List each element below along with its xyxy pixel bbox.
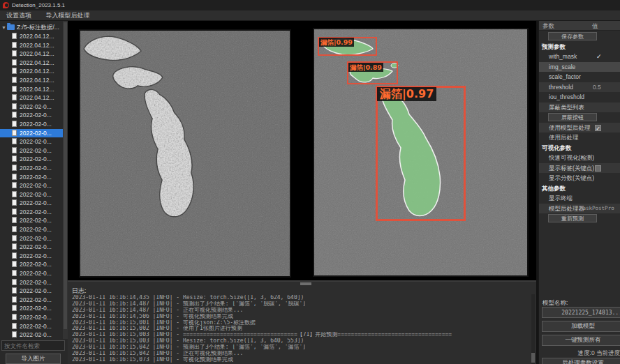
tree-file-item[interactable]: 2022.04.12... [0,93,63,103]
tree-file-item[interactable]: 2022-02-0... [0,296,63,305]
file-icon [12,199,17,206]
tree-expand-arrow-icon[interactable]: ▼ [1,24,7,32]
sidebar-scrollbar-thumb[interactable] [64,22,67,329]
search-input[interactable] [1,340,65,351]
tree-file-item[interactable]: 2022-02-0... [0,234,63,243]
tree-file-item[interactable]: 2022-02-0... [0,243,63,252]
postprocess-params-button[interactable]: 后处理参数设置 [542,358,620,364]
param-row[interactable]: 保存参数 [539,31,620,42]
param-row[interactable]: 显示标签(关键点) [539,163,620,174]
param-action-button[interactable]: 重新预测 [548,214,597,222]
tree-root-label: Z:/5-标注数据/... [17,24,59,31]
raw-image-panel[interactable] [79,29,291,278]
param-checkbox[interactable] [595,165,601,172]
param-value: 0.5 [593,82,601,93]
param-row[interactable]: 屏蔽按钮 [539,112,620,123]
folder-icon [7,24,15,30]
file-name: 2022-02-0... [20,174,52,181]
detection-image-panel[interactable]: 漏箔|0.99 漏箔|0.89 漏箔|0.97 [313,28,529,277]
param-row[interactable]: iou_threshold [539,92,620,103]
param-row[interactable]: 重新预测 [539,213,620,224]
log-scrollbar[interactable] [531,294,535,364]
import-images-button[interactable]: 导入图片 [6,354,61,364]
param-name: img_scale [549,62,575,73]
log-line: 2023-01-11 16:16:15,002 |INFO| - 使用了1张图片… [72,326,528,332]
tree-file-item[interactable]: 2022-02-0... [0,216,63,225]
file-icon [12,252,17,259]
tree-root-folder[interactable]: ▼Z:/5-标注数据/... [0,23,68,31]
tree-file-item[interactable]: 2022.04.12... [0,32,63,41]
param-row[interactable]: 显示终端 [539,193,620,204]
tree-file-item[interactable]: 2022.04.12... [0,41,63,50]
tree-file-item[interactable]: 2022-02-0... [0,173,63,182]
file-name: 2022-02-0... [20,217,52,224]
tree-file-item[interactable]: 2022-02-0... [0,199,63,208]
param-section-row: 可视化参数 [539,143,620,153]
tree-file-item[interactable]: 2022-02-0... [0,287,63,296]
tree-file-item[interactable]: 2022-02-0... [0,129,63,138]
param-row[interactable]: 使用后处理 [539,132,620,143]
param-row[interactable]: threshold0.5 [539,82,620,93]
tree-file-item[interactable]: 2022-02-0... [0,146,63,156]
tree-file-item[interactable]: 2022.04.12... [0,50,63,59]
file-icon [12,138,17,144]
load-model-button[interactable]: 加载模型 [542,321,620,332]
menu-item-settings[interactable]: 设置选项 [0,10,38,21]
tree-file-item[interactable]: 2022.04.12... [0,85,63,94]
file-icon [12,191,17,197]
param-row[interactable]: 屏蔽类型列表 [539,103,620,113]
tree-file-item[interactable]: 2022-02-0... [0,103,63,112]
tree-file-item[interactable]: 2022-02-0... [0,111,63,120]
tree-file-item[interactable]: 2022-02-0... [0,208,63,217]
tree-file-item[interactable]: 2022-02-0... [0,137,63,146]
tree-file-item[interactable]: 2022.04.12... [0,59,63,68]
tree-file-item[interactable]: 2022.04.12... [0,76,63,85]
tree-file-item[interactable]: 2022-02-0... [0,313,63,322]
tree-file-item[interactable]: 2022-02-0... [0,260,63,269]
tree-file-item[interactable]: 2022-02-0... [0,190,63,199]
param-row[interactable]: 显示分数(关键点) [539,173,620,183]
tree-file-item[interactable]: 2022-02-0... [0,120,63,129]
tree-file-item[interactable]: 2022-02-0... [0,278,63,287]
file-name: 2022-02-0... [20,252,52,259]
file-icon [12,59,17,66]
param-row[interactable]: img_scale [539,62,620,73]
file-name: 2022-02-0... [20,208,52,215]
file-icon [12,103,17,109]
title-bar: Detection_2023.1.5.1 [0,0,620,10]
tree-file-item[interactable]: 2022-02-0... [0,181,63,190]
param-row[interactable]: 快速可视化(检测) [539,153,620,163]
menu-item-import-postprocess[interactable]: 导入模型后处理 [40,10,96,21]
param-checkbox[interactable]: ✓ [595,125,601,131]
file-name: 2022-02-0... [20,121,52,128]
log-lines[interactable]: 2023-01-11 16:16:14,435 |INFO| - Resize:… [72,295,528,363]
param-row[interactable]: with_mask✓ [539,52,620,62]
tree-file-item[interactable]: 2022-02-0... [0,304,63,313]
tree-file-item[interactable]: 2022-02-0... [0,331,63,340]
log-scrollbar-thumb[interactable] [531,353,535,363]
tree-file-item[interactable]: 2022-02-0... [0,322,63,331]
model-name-field[interactable]: 20221225_174813... [542,307,620,318]
param-name: scale_factor [549,72,581,82]
splitter-grip[interactable] [300,282,311,285]
param-action-button[interactable]: 屏蔽按钮 [548,113,597,121]
param-name: 使用模型后处理 [549,123,591,133]
predict-all-button[interactable]: 一键预测所有 [542,335,620,346]
tree-file-item[interactable]: 2022-02-0... [0,164,63,173]
file-icon [12,121,17,127]
tree-file-item[interactable]: 2022-02-0... [0,269,63,278]
file-name: 2022-02-0... [20,191,52,198]
tree-file-item[interactable]: 2022.04.12... [0,67,63,76]
param-action-button[interactable]: 保存参数 [548,32,597,40]
param-row[interactable]: scale_factor [539,72,620,82]
tree-file-item[interactable]: 2022-02-0... [0,225,63,234]
log-panel: 日志: 2023-01-11 16:16:14,435 |INFO| - Res… [68,280,536,364]
param-name: iou_threshold [549,92,584,103]
param-row[interactable]: 使用模型后处理✓ [539,123,620,133]
tree-file-item[interactable]: 2022-02-0... [0,252,63,261]
param-row[interactable]: 模型后处理器MaskPostPro [539,204,620,214]
file-name: 2022.04.12... [20,33,54,40]
tree-file-item[interactable]: 2022-02-0... [0,155,63,164]
sidebar-scrollbar[interactable] [63,21,68,339]
param-name: 使用后处理 [549,132,579,143]
